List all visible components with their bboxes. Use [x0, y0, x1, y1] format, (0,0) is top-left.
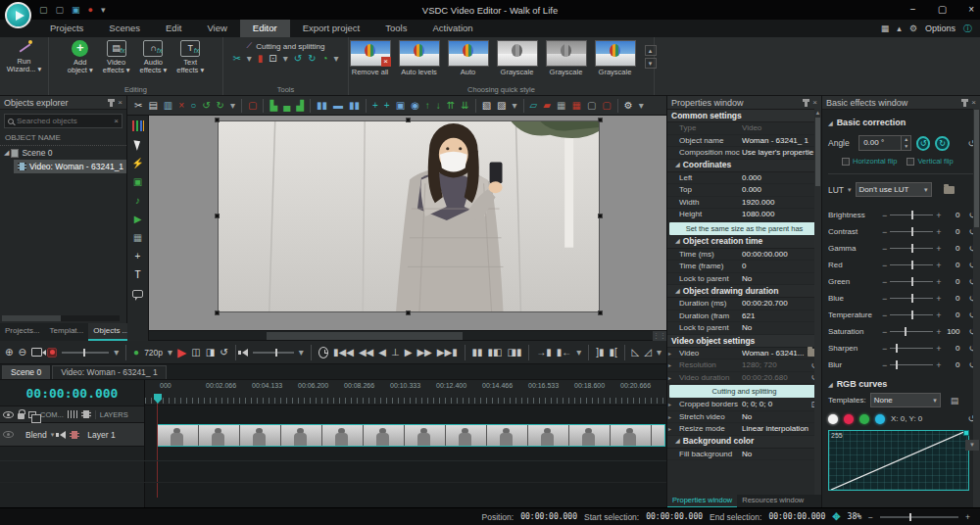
- fit-width-icon[interactable]: ◨: [206, 347, 215, 358]
- undo-icon[interactable]: ↺: [199, 97, 213, 115]
- slider-plus-icon[interactable]: +: [936, 261, 941, 270]
- menu-view[interactable]: View: [194, 20, 239, 37]
- save-project-icon[interactable]: ▣: [72, 0, 80, 20]
- quick-style-grayscale[interactable]: Grayscale: [544, 40, 589, 76]
- preview-play-button[interactable]: ▶: [177, 346, 186, 359]
- trim-tool-icon[interactable]: ▮: [258, 53, 264, 64]
- capture-icon[interactable]: [47, 348, 57, 358]
- chart-tool-icon[interactable]: [131, 119, 145, 132]
- objects-horizontal-scrollbar[interactable]: [2, 315, 120, 321]
- visibility-icon[interactable]: [3, 411, 14, 418]
- dropdown-icon[interactable]: ▾: [299, 347, 304, 358]
- zoom-out-icon[interactable]: ⊖: [18, 347, 25, 358]
- prop-button-cutting-and-splitting[interactable]: Cutting and splitting: [669, 385, 819, 398]
- layer-visibility-icon[interactable]: [3, 431, 14, 438]
- close-panel-icon[interactable]: ×: [812, 98, 817, 107]
- text-effects-button[interactable]: TfxTexteffects ▾: [172, 37, 209, 74]
- channel-dot-1[interactable]: [844, 414, 854, 424]
- trim-end-icon[interactable]: ◨▮: [507, 347, 521, 358]
- resize-handle[interactable]: [406, 118, 411, 122]
- resize-handle[interactable]: [598, 310, 603, 315]
- raise-icon[interactable]: ↑: [422, 97, 433, 115]
- resize-handle[interactable]: [215, 118, 220, 122]
- go-start-icon[interactable]: ▮◀◀: [333, 347, 354, 358]
- selection-end-marker-icon[interactable]: ▮[: [609, 347, 616, 358]
- dropdown-icon[interactable]: ▾: [510, 97, 520, 115]
- cursor-tool-icon[interactable]: [131, 138, 145, 151]
- zoom-in-icon[interactable]: ⊕: [5, 347, 13, 358]
- slider-track-contrast[interactable]: [890, 231, 933, 232]
- basic-correction-section[interactable]: ◢Basic correction: [828, 118, 976, 127]
- bounds-icon[interactable]: ▢: [584, 97, 599, 115]
- unlink-icon[interactable]: ▰: [540, 97, 554, 115]
- close-panel-icon[interactable]: ×: [118, 98, 122, 107]
- scroll-down-button[interactable]: ▼: [965, 440, 979, 451]
- rewind-icon[interactable]: ◀◀: [359, 347, 373, 358]
- rgb-curve-graph[interactable]: 255: [828, 430, 969, 491]
- slider-plus-icon[interactable]: +: [936, 294, 941, 304]
- pin-icon[interactable]: [110, 99, 113, 107]
- slider-track-blue[interactable]: [890, 298, 933, 299]
- collapse-ribbon-icon[interactable]: ▴: [897, 24, 902, 33]
- bottom-tab-resources-window[interactable]: Resources window: [737, 495, 808, 507]
- space-h-icon[interactable]: ▮▮: [346, 97, 363, 115]
- slider-minus-icon[interactable]: −: [882, 244, 887, 254]
- video-tool-icon[interactable]: ▶: [131, 213, 145, 225]
- slider-plus-icon[interactable]: +: [936, 344, 941, 354]
- trim-start-icon[interactable]: ▮◧: [488, 347, 503, 358]
- prop-section-coordinates[interactable]: ◢Coordinates: [667, 160, 821, 172]
- paste-icon[interactable]: ▥: [161, 97, 175, 115]
- cut-icon[interactable]: ✂: [131, 97, 145, 115]
- preview-resize-grip[interactable]: ⋮⋮: [653, 331, 666, 341]
- zoom-slider[interactable]: [880, 516, 958, 518]
- horizontal-flip-checkbox[interactable]: Horizontal flip: [842, 157, 897, 166]
- resize-handle[interactable]: [598, 214, 603, 218]
- split-parts-icon[interactable]: ▮▮: [472, 347, 483, 358]
- channel-dot-0[interactable]: [828, 414, 838, 424]
- center-v-icon[interactable]: +: [381, 97, 393, 115]
- settings-icon[interactable]: ⚙: [621, 97, 636, 115]
- prop-value[interactable]: No: [742, 323, 821, 332]
- jump-selection-start-icon[interactable]: →▮: [536, 347, 552, 358]
- prop-value[interactable]: Woman - 63241_ 1: [742, 136, 821, 145]
- menu-edit[interactable]: Edit: [153, 20, 194, 37]
- vertical-flip-checkbox[interactable]: Vertical flip: [906, 157, 953, 166]
- pin-icon[interactable]: [805, 99, 808, 107]
- audio-tool-icon[interactable]: ♪: [131, 194, 145, 207]
- align-right-icon[interactable]: ▟: [293, 97, 307, 115]
- prop-value[interactable]: No: [742, 450, 821, 458]
- fit-scene-icon[interactable]: ◫: [191, 347, 200, 358]
- angle-up-icon[interactable]: ▲: [902, 136, 910, 143]
- image-tool-icon[interactable]: ▣: [131, 175, 145, 188]
- prop-value[interactable]: 00:00:00.000: [742, 250, 821, 259]
- tooltip-tool-icon[interactable]: [131, 287, 145, 300]
- slider-track-sharpen[interactable]: [890, 348, 933, 349]
- distribute-h-icon[interactable]: ▮▮: [314, 97, 330, 115]
- prop-value[interactable]: Woman - 63241...: [742, 349, 805, 358]
- slider-track-gamma[interactable]: [890, 248, 933, 249]
- go-end-icon[interactable]: ▶▶▮: [437, 347, 458, 358]
- channel-dot-3[interactable]: [875, 414, 885, 424]
- add-object-button[interactable]: +Addobject ▾: [63, 37, 98, 74]
- quick-style-auto-levels[interactable]: Auto levels: [397, 40, 442, 76]
- move-clip-left-icon[interactable]: ◺: [632, 347, 640, 358]
- rgb-curves-section[interactable]: ◢RGB curves: [828, 379, 976, 389]
- menu-scenes[interactable]: Scenes: [96, 20, 153, 37]
- prop-value[interactable]: No: [742, 412, 821, 421]
- dropdown-icon[interactable]: ▾: [636, 97, 647, 115]
- dropdown-icon[interactable]: ▾: [576, 347, 581, 358]
- record-screen-icon[interactable]: ●: [88, 0, 93, 20]
- menu-export-project[interactable]: Export project: [290, 20, 373, 37]
- resize-handle[interactable]: [215, 214, 220, 218]
- resize-handle[interactable]: [406, 310, 411, 315]
- rotate-ccw-icon[interactable]: ↺: [294, 53, 302, 64]
- resize-handle[interactable]: [215, 310, 220, 315]
- dropdown-icon[interactable]: ▾: [227, 97, 238, 115]
- customize-quickbar-icon[interactable]: ▾: [101, 0, 106, 20]
- pin-icon[interactable]: [963, 99, 966, 107]
- dropdown-icon[interactable]: ▾: [247, 53, 252, 64]
- close-button[interactable]: ×: [968, 0, 974, 20]
- slider-track-blur[interactable]: [890, 364, 933, 365]
- tree-item-video[interactable]: Video: Woman - 63241_1: [14, 160, 126, 173]
- crop-tool-icon[interactable]: ⊡: [269, 53, 276, 64]
